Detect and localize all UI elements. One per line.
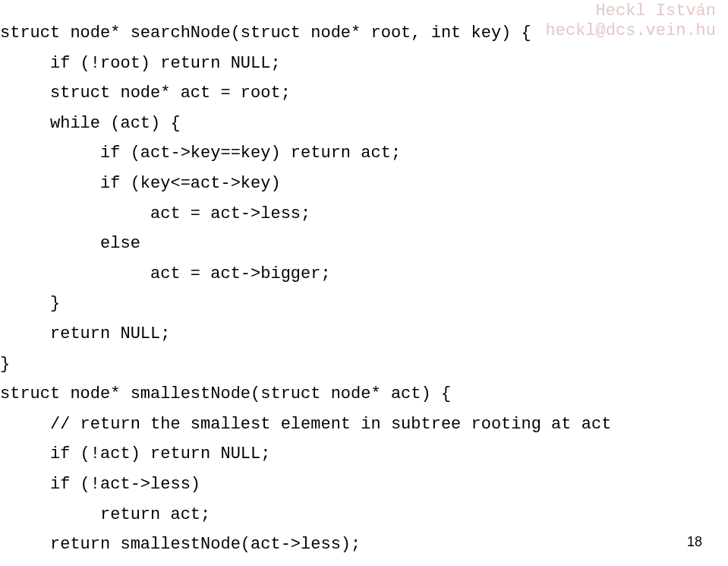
- author-name: Heckl István: [596, 2, 716, 21]
- code-listing: struct node* searchNode(struct node* roo…: [0, 18, 611, 566]
- page-number: 18: [687, 530, 702, 554]
